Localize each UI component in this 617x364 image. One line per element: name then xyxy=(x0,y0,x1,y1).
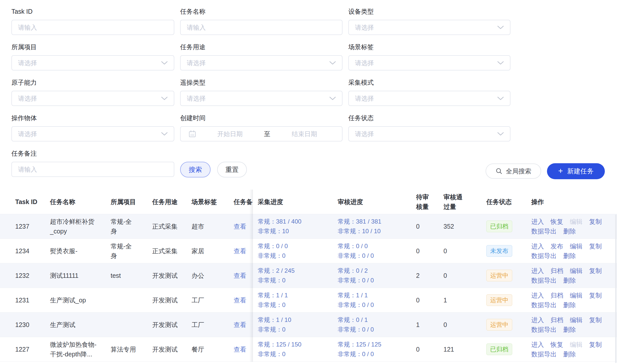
op-edit[interactable]: 编辑 xyxy=(570,315,582,325)
chevron-down-icon xyxy=(329,96,336,100)
op-copy[interactable]: 复制 xyxy=(589,340,602,349)
search-icon xyxy=(495,168,503,175)
teleop-select[interactable]: 请选择 xyxy=(180,91,342,106)
status-select[interactable]: 请选择 xyxy=(348,126,510,141)
op-copy[interactable]: 复制 xyxy=(589,290,602,300)
op-edit[interactable]: 编辑 xyxy=(570,290,582,300)
op-restore[interactable]: 恢复 xyxy=(551,340,563,349)
project-placeholder: 请选择 xyxy=(18,59,37,67)
cell-purpose: 开发测试 xyxy=(151,313,190,337)
op-copy[interactable]: 复制 xyxy=(589,266,602,276)
filter-label-collect-mode: 采集模式 xyxy=(348,78,510,87)
op-enter[interactable]: 进入 xyxy=(531,315,544,325)
object-select[interactable]: 请选择 xyxy=(11,126,174,141)
op-export[interactable]: 数据导出 xyxy=(531,349,557,359)
view-notes-link[interactable]: 查看 xyxy=(234,222,253,231)
task-name-input[interactable]: 请输入 xyxy=(180,20,342,35)
cell-status: 运营中 xyxy=(482,313,529,337)
op-edit[interactable]: 编辑 xyxy=(570,340,582,349)
device-type-select[interactable]: 请选择 xyxy=(348,20,510,35)
cell-project xyxy=(109,288,151,312)
cell-task-id: 1234 xyxy=(0,239,46,263)
op-delete[interactable]: 删除 xyxy=(563,251,576,261)
view-notes-link[interactable]: 查看 xyxy=(234,246,253,256)
op-enter[interactable]: 进入 xyxy=(531,340,544,349)
filter-label-teleop: 遥操类型 xyxy=(180,78,342,87)
op-edit[interactable]: 编辑 xyxy=(570,266,582,276)
collect-mode-select[interactable]: 请选择 xyxy=(348,91,510,106)
filter-teleop: 遥操类型 请选择 xyxy=(180,78,342,106)
op-delete[interactable]: 删除 xyxy=(563,300,576,310)
op-archive[interactable]: 归档 xyxy=(551,315,563,325)
filter-object: 操作物体 请选择 xyxy=(11,114,174,141)
purpose-select[interactable]: 请选择 xyxy=(180,55,342,70)
status-badge: 已归档 xyxy=(486,343,512,355)
op-delete[interactable]: 删除 xyxy=(563,276,576,285)
op-enter[interactable]: 进入 xyxy=(531,290,544,300)
op-publish[interactable]: 发布 xyxy=(551,241,563,251)
cell-passed-count: 121 xyxy=(439,337,482,361)
op-restore[interactable]: 恢复 xyxy=(551,217,563,226)
search-button[interactable]: 搜索 xyxy=(180,162,211,177)
vertical-scrollbar[interactable] xyxy=(615,214,616,363)
object-placeholder: 请选择 xyxy=(18,130,37,138)
scene-tag-select[interactable]: 请选择 xyxy=(348,55,510,70)
filter-label-task-id: Task ID xyxy=(11,7,174,16)
cell-operations: 进入归档编辑复制数据导出删除 xyxy=(529,313,617,337)
op-archive[interactable]: 归档 xyxy=(551,266,563,276)
end-date-input[interactable]: 结束日期 xyxy=(272,130,337,138)
view-notes-link[interactable]: 查看 xyxy=(234,320,253,330)
cell-project xyxy=(109,313,151,337)
op-enter[interactable]: 进入 xyxy=(531,241,544,251)
op-enter[interactable]: 进入 xyxy=(531,266,544,276)
op-export[interactable]: 数据导出 xyxy=(531,226,557,236)
view-notes-link[interactable]: 查看 xyxy=(234,295,253,305)
status-badge: 运营中 xyxy=(486,319,512,331)
op-delete[interactable]: 删除 xyxy=(563,325,576,334)
op-copy[interactable]: 复制 xyxy=(589,241,602,251)
filter-created-time: 创建时间 开始日期 至 结束日期 xyxy=(180,114,342,141)
cell-review-progress: 常规：1 / 1非常规：0 / 0 xyxy=(337,288,411,312)
op-export[interactable]: 数据导出 xyxy=(531,276,557,285)
start-date-input[interactable]: 开始日期 xyxy=(197,130,263,138)
cell-task-id: 1230 xyxy=(0,313,46,337)
cell-purpose: 开发测试 xyxy=(151,263,190,288)
filter-label-atomic: 原子能力 xyxy=(11,78,174,87)
op-archive[interactable]: 归档 xyxy=(551,290,563,300)
op-export[interactable]: 数据导出 xyxy=(531,300,557,310)
cell-scene-tag: 超市 xyxy=(190,214,232,239)
op-copy[interactable]: 复制 xyxy=(589,315,602,325)
op-delete[interactable]: 删除 xyxy=(563,349,576,359)
cell-status: 运营中 xyxy=(482,263,529,288)
status-placeholder: 请选择 xyxy=(355,130,374,138)
op-edit[interactable]: 编辑 xyxy=(570,241,582,251)
table-header-row: Task ID 任务名称 所属项目 任务用途 场景标签 任务备注 采集进度 审核… xyxy=(0,190,617,214)
new-task-button[interactable]: + 新建任务 xyxy=(547,163,605,179)
chevron-down-icon xyxy=(161,96,168,100)
global-search-button[interactable]: 全局搜索 xyxy=(486,163,541,179)
filter-label-project: 所属项目 xyxy=(11,43,174,51)
filter-purpose: 任务用途 请选择 xyxy=(180,43,342,70)
cell-purpose: 开发测试 xyxy=(151,337,190,361)
view-notes-link[interactable]: 查看 xyxy=(234,271,253,280)
cell-review-progress: 常规：0 / 1非常规：0 / 0 xyxy=(337,313,411,337)
task-id-input[interactable]: 请输入 xyxy=(11,20,174,35)
header-operations: 操作 xyxy=(529,190,617,214)
notes-input[interactable]: 请输入 xyxy=(11,162,174,177)
atomic-select[interactable]: 请选择 xyxy=(11,91,174,106)
device-type-placeholder: 请选择 xyxy=(355,23,374,32)
view-notes-link[interactable]: 查看 xyxy=(234,344,253,354)
cell-status: 运营中 xyxy=(482,288,529,312)
date-range-picker[interactable]: 开始日期 至 结束日期 xyxy=(180,126,342,141)
cell-notes: 查看 xyxy=(232,239,253,263)
op-edit[interactable]: 编辑 xyxy=(570,217,582,226)
cell-project: test xyxy=(109,263,151,288)
op-enter[interactable]: 进入 xyxy=(531,217,544,226)
op-delete[interactable]: 删除 xyxy=(563,226,576,236)
op-export[interactable]: 数据导出 xyxy=(531,251,557,261)
reset-button[interactable]: 重置 xyxy=(217,162,247,177)
op-export[interactable]: 数据导出 xyxy=(531,325,557,334)
project-select[interactable]: 请选择 xyxy=(11,55,174,70)
op-copy[interactable]: 复制 xyxy=(589,217,602,226)
filter-actions: 搜索 重置 xyxy=(180,162,342,177)
